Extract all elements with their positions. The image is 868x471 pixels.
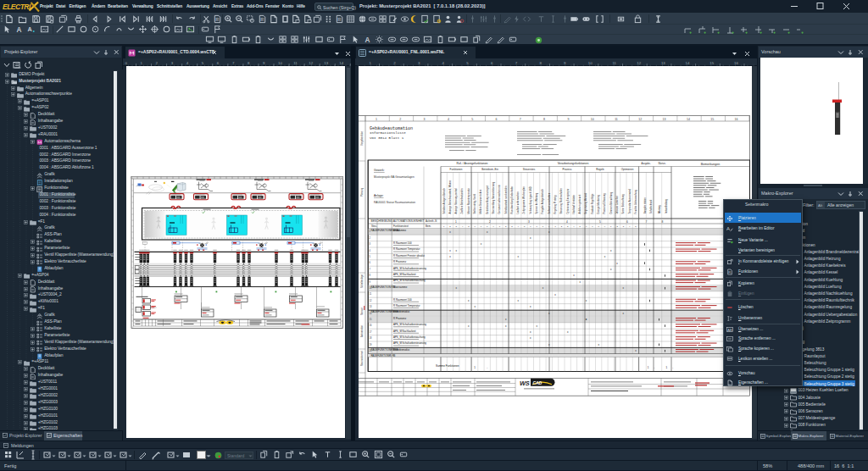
svg-text:16: 16 [370,324,372,327]
svg-text:9: 9 [564,61,566,65]
svg-text:A: A [364,36,370,44]
svg-text:9: 9 [370,280,371,284]
svg-text:Zaehlen Betriebsstunden: Zaehlen Betriebsstunden [460,188,464,213]
svg-text:1: 1 [610,225,612,228]
svg-text:APS_M Nachlaufzeit: APS_M Nachlaufzeit [393,273,416,276]
svg-text:14: 14 [687,118,690,121]
svg-text:Betriebsmodus: Betriebsmodus [393,310,410,313]
svg-text:Ausgabe-: Ausgabe- [641,162,650,165]
svg-text:R Raumwert Fenster absolut: R Raumwert Fenster absolut [393,254,425,258]
svg-text:9: 9 [263,61,265,65]
svg-text:Raumautomat: Raumautomat [360,351,364,366]
svg-text:6: 6 [586,225,587,228]
svg-text:Betriebsmodus: Betriebsmodus [393,348,410,352]
svg-text:12: 12 [309,61,313,65]
svg-text:Dimmen Beleuchtung: Dimmen Beleuchtung [609,191,613,213]
svg-text:2: 2 [156,61,159,65]
svg-text:8: 8 [487,225,488,228]
svg-text:11: 11 [615,118,618,121]
svg-text:0: 0 [125,61,128,65]
svg-text:x: x [530,336,531,340]
svg-text:8: 8 [539,61,542,65]
svg-text:10: 10 [591,118,594,121]
svg-text:Sperren bei Wartung: Sperren bei Wartung [535,192,538,213]
svg-text:R Raumwert 100: R Raumwert 100 [393,298,412,302]
svg-text:x: x [474,305,476,308]
svg-text:6: 6 [491,61,493,65]
svg-text:x: x [518,299,520,302]
svg-text:CAD: CAD [533,380,542,385]
svg-text:1: 1 [554,225,556,228]
svg-text:6: 6 [530,225,531,228]
svg-text:Szene Beleuchtung: Szene Beleuchtung [621,194,625,214]
svg-text:8: 8 [370,274,371,277]
svg-text:13: 13 [370,305,372,308]
svg-text:Stellen stetig, Ventil: Stellen stetig, Ventil [473,194,476,214]
svg-text:Planung: Planung [360,187,364,197]
svg-text:12: 12 [637,61,641,65]
svg-text:WS: WS [520,380,530,387]
svg-text:3: 3 [424,118,426,121]
svg-text:7: 7 [232,61,235,65]
svg-text:Stoermeldung Sammelstoerung: Stoermeldung Sammelstoerung [492,181,495,213]
svg-text:A: A [27,25,32,33]
svg-text:VDI 3814 Blatt 1: VDI 3814 Blatt 1 [370,136,404,140]
svg-text:Freigabe Anlagenbetrieb: Freigabe Anlagenbetrieb [541,189,544,214]
svg-text:16: 16 [735,118,738,121]
svg-text:4: 4 [370,249,371,252]
svg-text:R Praesenz: R Praesenz [393,317,407,320]
svg-text:Ausgabe station: Ausgabe station [643,197,647,213]
svg-text:Schalten Anlagen Betrieb: Schalten Anlagen Betrieb [442,188,446,214]
svg-text:4: 4 [629,225,631,228]
svg-text:2: 2 [399,118,401,121]
svg-text:5: 5 [202,61,204,65]
svg-text:4: 4 [442,61,445,65]
svg-text:R: R [337,16,341,21]
svg-text:15: 15 [709,61,714,65]
svg-text:Wartung: Wartung [658,205,661,213]
svg-text:5: 5 [466,61,469,65]
svg-text:3: 3 [623,225,625,228]
svg-text:Optimieren: Optimieren [621,168,634,171]
svg-text:APS_M Schaltueberwachung: APS_M Schaltueberwachung [393,279,426,282]
svg-text:5: 5 [471,118,473,121]
svg-text:x: x [610,249,612,252]
svg-text:x: x [598,343,599,346]
svg-text:Steuerstes: Steuerstes [523,168,536,171]
svg-text:R Raumwert Temperatur: R Raumwert Temperatur [393,304,420,308]
svg-text:4: 4 [518,225,520,228]
svg-text:5: 5 [524,225,526,228]
svg-text:x: x [580,280,581,284]
svg-text:13: 13 [661,61,665,65]
svg-text:8: 8 [543,118,545,121]
svg-text:4: 4 [566,220,568,224]
svg-text:Sensor: Sensor [360,308,364,315]
svg-text:12: 12 [638,118,642,121]
svg-text:Praesenz Erfassung: Praesenz Erfassung [603,193,606,214]
svg-text:x: x [530,236,531,240]
svg-text:Anzeige Stoerung zentral: Anzeige Stoerung zentral [454,188,458,214]
svg-text:Schaltzustand rueckmelden: Schaltzustand rueckmelden [504,186,508,214]
svg-text:RAU0001 Statue Raumautomation: RAU0001 Statue Raumautomation [374,201,415,204]
svg-text:3: 3 [528,220,530,224]
svg-text:Automation: Automation [360,324,364,337]
svg-text:Bemerkungen: Bemerkungen [701,163,720,166]
svg-text:7: 7 [370,268,371,271]
svg-text:A: A [726,226,730,231]
svg-text:3: 3 [171,61,174,65]
svg-text:2: 2 [393,61,396,65]
svg-text:Wartun-: Wartun- [658,162,665,165]
svg-text:4: 4 [573,225,575,228]
svg-text:7: 7 [536,225,537,228]
svg-text:1: 1 [499,225,501,228]
svg-text:1: 1 [474,366,476,369]
svg-text:APS_M Schaltuebersteuerung: APS_M Schaltuebersteuerung [393,341,426,345]
svg-text:Jalousie Lamellen: Jalousie Lamellen [615,195,619,213]
svg-text:Kaskade Regelfolge: Kaskade Regelfolge [591,193,594,214]
svg-text:ELECTRI: ELECTRI [3,3,31,11]
svg-text:13: 13 [324,61,328,65]
svg-text:10: 10 [278,61,282,65]
svg-text:6: 6 [474,225,476,228]
svg-text:2: 2 [561,225,563,228]
svg-text:3: 3 [511,225,513,228]
